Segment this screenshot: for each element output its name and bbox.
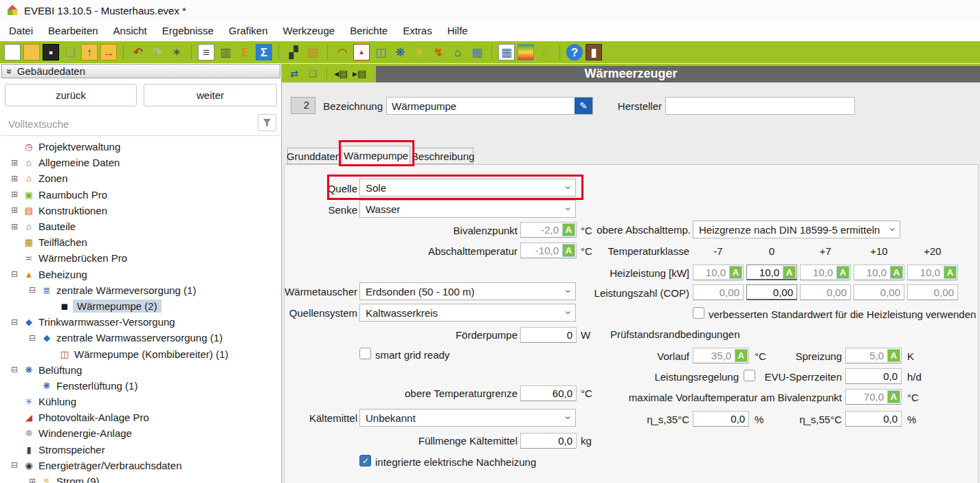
cop-field-1[interactable]: 0,00	[693, 284, 744, 300]
tree-item-zentrale-warmwasserversorgung[interactable]: ⊟◆zentrale Warmwasserversorgung (1)	[0, 330, 280, 346]
eta35-field[interactable]: 0,0	[693, 411, 749, 427]
max-vorlauf-field[interactable]: 70,0 A	[845, 389, 902, 405]
export-folder-icon[interactable]: →	[100, 44, 117, 60]
menu-extras[interactable]: Extras	[395, 21, 440, 41]
heizleistung-auto-button[interactable]: A	[783, 266, 796, 279]
vorlauf-auto-button[interactable]: A	[735, 349, 748, 362]
heizleistung-field-3[interactable]: 10,0 A	[800, 265, 851, 280]
climate-data-icon[interactable]: ▦	[469, 44, 485, 60]
expander-minus-icon[interactable]: ⊟	[29, 285, 41, 295]
heating-panel-icon[interactable]: ▲	[353, 44, 370, 60]
expander-plus-icon[interactable]: ⊞	[11, 174, 23, 183]
tree-item-kuehlung[interactable]: ✳Kühlung	[0, 394, 280, 409]
collapse-chevron-icon[interactable]: »	[4, 69, 15, 74]
leistungsregelung-checkbox[interactable]	[744, 370, 755, 381]
senke-select[interactable]: Wasser ›	[359, 200, 576, 218]
tree-item-trinkwarmwasser-versorgung[interactable]: ⊟◆Trinkwarmwasser-Versorgung	[0, 314, 280, 330]
tree-item-photovoltaik-anlage-pro[interactable]: ◢Photovoltaik-Anlage Pro	[0, 409, 280, 425]
cop-field-5[interactable]: 0,00	[907, 284, 958, 300]
verbesserter-standardwert-checkbox[interactable]	[693, 307, 704, 319]
tree-item-windenergie-anlage[interactable]: ❊Windenergie-Anlage	[0, 425, 280, 441]
report-document-icon[interactable]: ≡	[198, 44, 214, 60]
hersteller-input[interactable]	[665, 97, 855, 115]
smart-grid-checkbox[interactable]	[359, 348, 371, 359]
expander-plus-icon[interactable]: ⊞	[29, 477, 41, 483]
waermetauscher-select[interactable]: Erdsonden (50 - 100 m) ›	[359, 282, 576, 300]
building-energy-icon[interactable]: ⌂	[537, 44, 553, 60]
import-folder-icon[interactable]: ↑	[81, 44, 98, 60]
nachheizung-checkbox[interactable]	[359, 455, 371, 467]
menu-werkzeuge[interactable]: Werkzeuge	[276, 21, 343, 41]
back-button[interactable]: zurück	[5, 84, 137, 106]
tree-item-waermebruecken-pro[interactable]: ≍Wärmebrücken Pro	[0, 250, 280, 266]
copy-icon[interactable]: ❏	[62, 44, 78, 60]
report-table-icon[interactable]: ▦	[498, 44, 515, 60]
kaeltemittel-select[interactable]: Unbekannt ›	[359, 409, 576, 427]
house-euro-icon[interactable]: ⌂	[449, 44, 466, 60]
spreizung-field[interactable]: 5,0 A	[845, 348, 902, 363]
menu-ansicht[interactable]: Ansicht	[106, 21, 155, 41]
help-icon[interactable]: ?	[566, 44, 583, 60]
heizleistung-field-2[interactable]: 10,0 A	[746, 265, 797, 280]
quellensystem-select[interactable]: Kaltwasserkreis ›	[359, 304, 576, 322]
tree-item-waermepumpe-kombibereiter[interactable]: ◫Wärmepumpe (Kombibereiter) (1)	[0, 346, 280, 361]
tree-item-waermepumpe[interactable]: ◼Wärmepumpe (2)	[0, 298, 280, 314]
heizleistung-auto-button[interactable]: A	[890, 266, 903, 279]
heizleistung-field-1[interactable]: 10,0 A	[693, 265, 744, 280]
sum-orange-icon[interactable]: Σ	[236, 44, 253, 60]
tab-beschreibung[interactable]: Beschreibung	[412, 148, 474, 164]
expander-minus-icon[interactable]: ⊟	[11, 269, 23, 279]
duplicate-icon[interactable]: ❏	[306, 67, 320, 80]
tree-item-stromspeicher[interactable]: ▮Stromspeicher	[0, 442, 280, 458]
heizleistung-field-5[interactable]: 10,0 A	[907, 265, 958, 280]
expander-minus-icon[interactable]: ⊟	[29, 333, 41, 343]
sum-blue-icon[interactable]: Σ	[256, 44, 272, 60]
sidebar-panel-header[interactable]: » Gebäudedaten	[1, 64, 280, 78]
bezeichnung-input[interactable]: Wärmepumpe	[386, 97, 593, 115]
wall-layers-icon[interactable]: ▤	[304, 44, 321, 60]
tree-item-raumbuch-pro[interactable]: ⊞▣Raumbuch Pro	[0, 187, 280, 203]
tree-item-zentrale-waermeversorgung[interactable]: ⊟≣zentrale Wärmeversorgung (1)	[0, 282, 280, 298]
save-icon[interactable]: ▪	[43, 44, 59, 60]
menu-hilfe[interactable]: Hilfe	[440, 21, 476, 41]
heizleistung-field-4[interactable]: 10,0 A	[854, 265, 904, 280]
fuellmenge-field[interactable]: 0,0	[520, 433, 577, 449]
expander-plus-icon[interactable]: ⊞	[11, 158, 23, 168]
cop-field-2[interactable]: 0,00	[746, 284, 797, 300]
quelle-select[interactable]: Sole ›	[359, 179, 576, 196]
menu-bearbeiten[interactable]: Bearbeiten	[41, 21, 106, 41]
abschalttemperatur-field[interactable]: -10,0 A	[520, 243, 577, 258]
obere-temperaturgrenze-field[interactable]: 60,0	[520, 385, 577, 401]
window-icon[interactable]: ◫	[372, 44, 389, 60]
edit-bezeichnung-button[interactable]: ✎	[575, 98, 592, 114]
sun-icon[interactable]: ☀	[411, 44, 427, 60]
menu-berichte[interactable]: Berichte	[342, 21, 395, 41]
obere-abschalttemp-select[interactable]: Heizgrenze nach DIN 18599-5 ermitteln ›	[693, 221, 900, 238]
schema-icon[interactable]: ▞	[285, 44, 302, 60]
tree-item-fensterlueftung[interactable]: ❋Fensterlüftung (1)	[0, 378, 280, 394]
spreizung-auto-button[interactable]: A	[887, 349, 900, 362]
tree-item-bauteile[interactable]: ⊞⌂Bauteile	[0, 218, 280, 234]
tab-waermepumpe[interactable]: Wärmepumpe	[342, 146, 410, 165]
expander-plus-icon[interactable]: ⊞	[11, 222, 23, 232]
expander-minus-icon[interactable]: ⊟	[11, 365, 23, 374]
cop-field-4[interactable]: 0,00	[854, 284, 904, 300]
evu-sperrzeiten-field[interactable]: 0,0	[845, 368, 902, 384]
new-file-icon[interactable]	[4, 44, 21, 60]
menu-grafiken[interactable]: Grafiken	[221, 21, 276, 41]
compare-arrows-icon[interactable]: ⇄	[287, 67, 301, 80]
fan-icon[interactable]: ❋	[392, 44, 408, 60]
eta55-field[interactable]: 0,0	[845, 411, 902, 427]
heizleistung-auto-button[interactable]: A	[836, 266, 849, 279]
fulltext-search-input[interactable]: Volltextsuche	[8, 118, 69, 130]
database-load-icon[interactable]: ◂▤	[334, 67, 348, 80]
lightning-icon[interactable]: ↯	[430, 44, 447, 60]
tree-item-strom[interactable]: ⊞↯Strom (9)	[0, 473, 280, 483]
tree-item-allgemeine-daten[interactable]: ⊞⌂Allgemeine Daten	[0, 155, 280, 170]
tree-item-konstruktionen[interactable]: ⊞▤Konstruktionen	[0, 203, 280, 218]
open-folder-icon[interactable]	[23, 44, 40, 60]
redo-icon[interactable]: ↷	[149, 44, 166, 60]
bivalenzpunkt-field[interactable]: -2,0 A	[520, 222, 577, 238]
tree-item-teilflaechen[interactable]: ▦Teilflächen	[0, 234, 280, 250]
tab-grunddaten[interactable]: Grunddaten	[287, 148, 340, 164]
